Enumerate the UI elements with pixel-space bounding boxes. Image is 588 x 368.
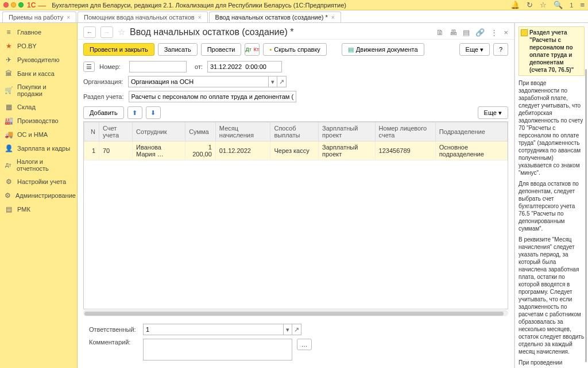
movements-button[interactable]: ▤Движения документа [342, 43, 424, 56]
section-input[interactable] [129, 91, 296, 102]
help-p3: В реквизите "Месяц начисления" следует у… [519, 236, 585, 355]
sidebar-item-salary[interactable]: 👤Зарплата и кадры [0, 141, 77, 155]
move-up-button[interactable]: ⬆ [127, 106, 142, 119]
open-icon[interactable]: ↗ [277, 76, 287, 87]
comment-label: Комментарий: [89, 339, 138, 346]
star-icon: ★ [5, 42, 13, 50]
add-button[interactable]: Добавить [83, 106, 124, 119]
bell-icon[interactable]: 🔔 [510, 1, 520, 9]
window-title: Бухгалтерия для Беларуси, редакция 2.1. … [52, 2, 510, 9]
col-dept[interactable]: Подразделение [435, 122, 507, 141]
sidebar-item-manager[interactable]: ✈Руководителю [0, 53, 77, 67]
number-label: Номер: [99, 63, 125, 70]
sidebar-item-admin[interactable]: ⚙Администрирование [0, 189, 77, 202]
group-icon[interactable]: ☰ [83, 62, 95, 72]
menu-icon: ≡ [5, 28, 13, 36]
page-header: ← → ☆ Ввод начальных остатков (создание)… [78, 23, 514, 40]
tab-opening-balances[interactable]: Ввод начальных остатков (создание) *× [209, 12, 341, 22]
balances-grid[interactable]: N Счет учета Сотрудник Сумма Месяц начис… [83, 121, 508, 309]
post-button[interactable]: Провести [201, 43, 242, 56]
min-dot[interactable] [11, 2, 16, 7]
close-dot[interactable] [3, 2, 9, 7]
max-dot[interactable] [18, 2, 24, 7]
main-area: ← → ☆ Ввод начальных остатков (создание)… [78, 23, 514, 368]
comment-ellipsis[interactable]: … [297, 339, 312, 350]
help-scrollbar[interactable] [585, 69, 587, 362]
print-icon[interactable]: 🖶 [450, 28, 457, 37]
col-employee[interactable]: Сотрудник [133, 122, 185, 141]
org-input[interactable] [128, 76, 268, 87]
star-icon[interactable]: ☆ [540, 1, 547, 9]
titlebar-icons: 🔔 ↻ ☆ 🔍 1 ≡ [510, 1, 585, 9]
from-label: от: [191, 63, 203, 70]
link-icon[interactable]: 🔗 [475, 28, 485, 37]
plane-icon: ✈ [5, 56, 13, 64]
move-down-button[interactable]: ⬇ [146, 106, 161, 119]
responsible-combo[interactable]: ▾ ↗ [143, 324, 301, 335]
close-page-icon[interactable]: × [504, 28, 508, 37]
report-icon[interactable]: ▤ [463, 28, 470, 37]
more-button[interactable]: Еще ▾ [459, 43, 490, 56]
col-sum[interactable]: Сумма [185, 122, 216, 141]
grid-more-button[interactable]: Еще ▾ [478, 106, 508, 119]
grid-toolbar: Добавить ⬆ ⬇ Еще ▾ [78, 104, 514, 121]
hide-help-button[interactable]: ▪Скрыть справку [263, 43, 326, 56]
dt-kt-button[interactable]: ДтКт [245, 43, 260, 56]
col-month[interactable]: Месяц начисления [215, 122, 270, 141]
col-payment[interactable]: Способ выплаты [270, 122, 319, 141]
favorite-star[interactable]: ☆ [118, 27, 125, 37]
toolbar: Провести и закрыть Записать Провести ДтК… [78, 40, 514, 59]
open-icon[interactable]: ↗ [292, 324, 301, 335]
sidebar-item-production[interactable]: 🏭Производство [0, 114, 77, 128]
sidebar-item-pursales[interactable]: 🛒Покупки и продажи [0, 80, 77, 100]
page-title: Ввод начальных остатков (создание) * [130, 27, 293, 37]
sidebar-item-rmk[interactable]: ▤РМК [0, 202, 77, 216]
user-icon[interactable]: 1 [570, 2, 573, 9]
grid-icon: ▦ [5, 103, 13, 111]
comment-input[interactable] [143, 339, 292, 361]
col-personal[interactable]: Номер лицевого счета [375, 122, 435, 141]
sidebar-item-poby[interactable]: ★PO.BY [0, 39, 77, 53]
post-and-close-button[interactable]: Провести и закрыть [83, 43, 154, 56]
table-row[interactable]: 1 70 Иванова Мария … 1 200,00 01.12.2022… [84, 141, 508, 160]
document-tabs: Приемы на работу× Помощник ввода начальн… [0, 10, 588, 23]
window-controls [3, 2, 24, 7]
date-input[interactable] [207, 61, 282, 72]
back-button[interactable]: ← [83, 26, 96, 38]
close-icon[interactable]: × [331, 14, 335, 21]
sidebar-item-tax[interactable]: ДтНалоги и отчетность [0, 155, 77, 175]
help-pane: Раздел учета "Расчеты с персоналом по оп… [514, 23, 588, 368]
nav-sidebar: ≡Главное ★PO.BY ✈Руководителю 🏛Банк и ка… [0, 23, 78, 368]
org-label: Организация: [83, 78, 123, 85]
responsible-input[interactable] [143, 324, 283, 335]
dropdown-icon[interactable]: ▾ [283, 324, 292, 335]
col-n[interactable]: N [84, 122, 99, 141]
horizontal-scrollbar[interactable] [83, 310, 508, 316]
close-icon[interactable]: × [198, 14, 202, 21]
sidebar-item-main[interactable]: ≡Главное [0, 25, 77, 39]
sidebar-item-bank[interactable]: 🏛Банк и касса [0, 67, 77, 80]
dropdown-icon[interactable]: ▾ [268, 76, 277, 87]
sidebar-item-assets[interactable]: 🚚ОС и НМА [0, 128, 77, 141]
tab-assistant[interactable]: Помощник ввода начальных остатков× [78, 12, 208, 22]
help-button[interactable]: ? [493, 43, 508, 56]
col-account[interactable]: Счет учета [99, 122, 133, 141]
truck-icon: 🚚 [5, 131, 13, 139]
help-p1: При вводе задолженности по заработной пл… [519, 79, 585, 177]
menu-icon[interactable]: ≡ [580, 1, 585, 9]
write-button[interactable]: Записать [158, 43, 198, 56]
sidebar-item-warehouse[interactable]: ▦Склад [0, 100, 77, 114]
history-icon[interactable]: ↻ [527, 1, 533, 9]
gear-icon: ⚙ [5, 191, 11, 200]
number-input[interactable] [129, 61, 187, 72]
responsible-label: Ответственный: [89, 326, 138, 333]
sidebar-item-settings[interactable]: ⚙Настройки учета [0, 175, 77, 189]
save-icon[interactable]: 🗎 [436, 28, 444, 37]
search-icon[interactable]: 🔍 [554, 1, 563, 9]
org-combo[interactable]: ▾ ↗ [128, 76, 287, 87]
close-icon[interactable]: × [67, 14, 70, 21]
tab-hire[interactable]: Приемы на работу× [2, 12, 76, 22]
kebab-icon[interactable]: ⋮ [490, 28, 498, 37]
col-project[interactable]: Зарплатный проект [319, 122, 376, 141]
forward-button[interactable]: → [100, 26, 113, 38]
